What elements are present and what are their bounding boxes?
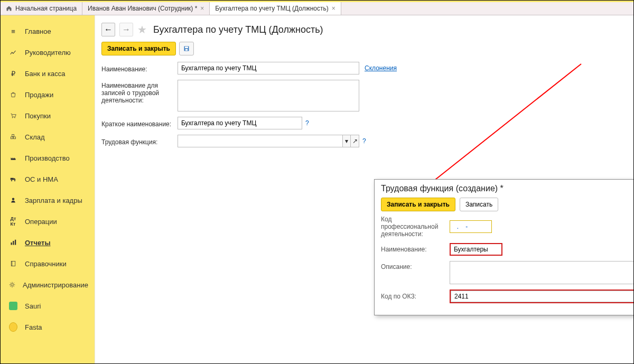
svg-rect-9 [11,242,12,245]
okz-code-input[interactable] [451,291,634,302]
sauri-icon [9,302,17,310]
help-icon[interactable]: ? [362,137,366,145]
nav-back-button[interactable]: ← [101,23,115,36]
label-description: Описание: [381,261,450,270]
sidebar-item-production[interactable]: Производство [1,148,95,167]
label-short-name: Краткое наименование: [101,118,178,128]
tab-home[interactable]: Начальная страница [1,2,82,15]
operations-icon: ДтКт [9,217,17,226]
svg-rect-5 [11,178,14,180]
sidebar-item-admin[interactable]: Администрирование [1,275,95,294]
prof-code-input[interactable] [450,220,492,233]
svg-rect-11 [15,240,16,245]
factory-icon [9,154,17,162]
svg-point-8 [12,198,15,201]
tabs-bar: Начальная страница Иванов Аван Иванович … [1,2,633,15]
svg-rect-3 [14,137,16,139]
label-labor-function: Трудовая функция: [101,136,178,146]
menu-icon: ≡ [9,27,17,35]
sidebar-item-directories[interactable]: Справочники [1,254,95,273]
sidebar-item-sauri[interactable]: Sauri [1,296,95,315]
ruble-icon: ₽ [9,69,17,78]
sidebar-item-warehouse[interactable]: Склад [1,127,95,146]
sidebar-item-assets[interactable]: ОС и НМА [1,170,95,189]
label-dialog-name: Наименование: [381,246,450,253]
sidebar-item-manager[interactable]: Руководителю [1,43,95,62]
declensions-link[interactable]: Склонения [365,64,397,72]
sidebar-item-operations[interactable]: ДтКтОперации [1,212,95,231]
svg-rect-16 [185,46,188,48]
book-icon [9,259,17,268]
sidebar-item-reports[interactable]: Отчеты [1,233,95,252]
tab-home-label: Начальная страница [15,5,77,12]
label-okz-code: Код по ОКЗ: [381,293,450,300]
save-button[interactable] [179,42,194,55]
svg-point-7 [14,180,15,181]
svg-rect-10 [13,241,14,245]
person-icon [9,196,17,204]
tab-position-label: Бухгалтера по учету ТМЦ (Должность) [215,5,328,12]
star-icon[interactable]: ★ [137,23,147,36]
dropdown-button[interactable]: ▾ [342,135,351,147]
truck-icon [9,175,17,183]
help-icon[interactable]: ? [305,119,309,127]
svg-rect-4 [12,135,14,137]
svg-rect-2 [11,137,13,139]
sidebar-item-purchases[interactable]: Покупки [1,106,95,125]
tab-employee[interactable]: Иванов Аван Иванович (Сотрудник) * × [82,2,210,15]
bag-icon [9,90,17,99]
boxes-icon [9,133,17,141]
close-icon[interactable]: × [332,5,335,12]
sidebar: ≡Главное Руководителю ₽Банк и касса Прод… [1,15,95,363]
tab-position[interactable]: Бухгалтера по учету ТМЦ (Должность) × [210,2,341,15]
sidebar-item-main[interactable]: ≡Главное [1,22,95,41]
short-name-input[interactable] [178,117,302,129]
labor-name-input[interactable] [178,80,359,111]
save-close-button[interactable]: Записать и закрыть [101,42,176,55]
name-input[interactable] [178,62,359,74]
tab-employee-label: Иванов Аван Иванович (Сотрудник) * [88,5,197,12]
fasta-icon [9,323,17,331]
svg-point-6 [11,180,12,181]
close-icon[interactable]: × [200,5,204,12]
floppy-icon [183,45,190,52]
open-button[interactable]: ↗ [351,135,359,147]
sidebar-item-sales[interactable]: Продажи [1,85,95,104]
svg-point-0 [12,117,13,118]
label-labor-name: Наименование для записей о трудовой деят… [101,80,178,104]
sidebar-item-salary[interactable]: Зарплата и кадры [1,191,95,210]
dialog-name-input[interactable] [450,243,502,256]
label-prof-code: Код профессиональной деятельности: [381,216,450,238]
main-content: ← → ★ Бухгалтера по учету ТМЦ (Должность… [95,15,633,363]
sidebar-item-bank[interactable]: ₽Банк и касса [1,64,95,83]
description-input[interactable] [450,261,634,284]
dialog-save-button[interactable]: Записать [460,198,498,211]
gear-icon [9,281,15,289]
nav-forward-button[interactable]: → [119,23,133,36]
chart-icon [9,48,17,57]
svg-rect-17 [185,49,188,51]
dialog-title: Трудовая функция (создание) * [381,184,504,193]
page-title: Бухгалтера по учету ТМЦ (Должность) [153,24,323,35]
sidebar-item-fasta[interactable]: Fasta [1,318,95,337]
label-name: Наименование: [101,63,178,73]
bars-icon [9,238,17,247]
labor-function-dialog: Трудовая функция (создание) * ⋮ ▢ ✕ Запи… [374,179,634,315]
cart-icon [9,111,17,120]
svg-point-1 [14,117,15,118]
svg-point-14 [11,284,14,286]
dialog-save-close-button[interactable]: Записать и закрыть [381,198,455,211]
labor-function-input[interactable] [178,135,342,147]
home-icon [6,5,12,12]
